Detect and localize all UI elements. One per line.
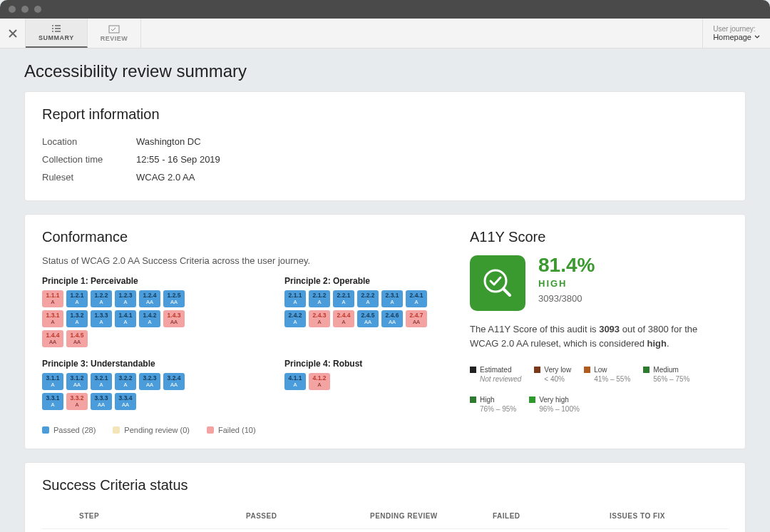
tab-summary[interactable]: SUMMARY [26, 19, 88, 48]
score-description: The A11Y Score of this audit is 3093 out… [470, 322, 728, 350]
score-percent: 81.4% [538, 255, 595, 275]
criterion-1.2.5[interactable]: 1.2.5AA [163, 290, 185, 307]
window-dot[interactable] [9, 6, 16, 13]
tab-review[interactable]: REVIEW [88, 19, 142, 48]
score-heading: A11Y Score [470, 229, 728, 245]
legend-passed: Passed (28) [53, 426, 96, 434]
location-label: Location [42, 136, 136, 147]
criterion-3.2.3[interactable]: 3.2.3AA [139, 373, 160, 390]
header-failed: FAILED [493, 512, 610, 520]
score-fraction: 3093/3800 [538, 293, 595, 304]
conformance-heading: Conformance [42, 229, 441, 245]
conformance-score-card: Conformance Status of WCAG 2.0 AA Succes… [24, 214, 746, 449]
criterion-1.2.4[interactable]: 1.2.4AA [139, 290, 160, 307]
criterion-1.4.1[interactable]: 1.4.1A [115, 310, 136, 327]
score-rating: HIGH [538, 278, 595, 289]
conformance-panel: Conformance Status of WCAG 2.0 AA Succes… [42, 229, 441, 434]
legend-pending: Pending review (0) [124, 426, 190, 434]
criterion-4.1.2[interactable]: 4.1.2A [309, 373, 330, 390]
criterion-2.2.1[interactable]: 2.2.1A [333, 290, 354, 307]
score-details: 81.4% HIGH 3093/3800 [538, 255, 595, 304]
criterion-3.2.1[interactable]: 3.2.1A [91, 373, 112, 390]
legend-swatch-passed [42, 426, 49, 434]
content: Accessibility review summary Report info… [0, 48, 770, 532]
report-info-card: Report information Location Washington D… [24, 91, 746, 201]
window-dot[interactable] [21, 6, 29, 13]
tab-label: REVIEW [101, 35, 128, 42]
legend-swatch-failed [207, 426, 214, 434]
app-window: SUMMARY REVIEW User journey: Homepage Ac… [0, 0, 770, 532]
principle-1: Principle 1: Perceivable 1.1.1A1.2.1A1.2… [42, 276, 199, 354]
criterion-2.1.2[interactable]: 2.1.2A [309, 290, 330, 307]
criterion-2.4.4[interactable]: 2.4.4A [333, 310, 354, 327]
criterion-1.2.2[interactable]: 1.2.2A [91, 290, 112, 307]
criterion-3.3.3[interactable]: 3.3.3AA [91, 393, 112, 410]
header-step: STEP [71, 512, 246, 520]
info-row: Ruleset WCAG 2.0 AA [42, 168, 728, 186]
score-legend: EstimatedNot reviewedVery low< 40%Low41%… [470, 366, 728, 413]
score-panel: A11Y Score 81.4% HIGH 3093/ [470, 229, 728, 434]
criterion-2.3.1[interactable]: 2.3.1A [381, 290, 403, 307]
ruleset-label: Ruleset [42, 172, 136, 183]
criterion-3.3.2[interactable]: 3.3.2A [66, 393, 88, 410]
criterion-2.1.1[interactable]: 2.1.1A [284, 290, 306, 307]
criterion-2.4.5[interactable]: 2.4.5AA [357, 310, 379, 327]
criterion-1.3.3[interactable]: 1.3.3A [91, 310, 112, 327]
criterion-2.4.3[interactable]: 2.4.3A [309, 310, 330, 327]
table-row: +1https://www.mywebsite.com281042 [42, 529, 728, 532]
criterion-1.3.2[interactable]: 1.3.2A [66, 310, 88, 327]
principle-2: Principle 2: Operable 2.1.1A2.1.2A2.2.1A… [284, 276, 441, 354]
close-icon [8, 29, 18, 39]
criterion-1.2.3[interactable]: 1.2.3A [115, 290, 136, 307]
criterion-2.4.1[interactable]: 2.4.1A [406, 290, 427, 307]
principle-4: Principle 4: Robust 4.1.1A4.1.2A [284, 359, 441, 417]
ruleset-value: WCAG 2.0 AA [136, 172, 195, 183]
criterion-1.2.1[interactable]: 1.2.1A [66, 290, 88, 307]
score-legend-item: Very high96% – 100% [529, 396, 580, 413]
criterion-1.4.5[interactable]: 1.4.5AA [66, 330, 88, 347]
criterion-4.1.1[interactable]: 4.1.1A [284, 373, 306, 390]
score-legend-item: Very low< 40% [534, 366, 571, 383]
titlebar [0, 0, 770, 19]
score-legend-item: High76% – 95% [470, 396, 516, 413]
principle-title: Principle 4: Robust [284, 359, 441, 369]
principle-title: Principle 1: Perceivable [42, 276, 199, 286]
criterion-1.1.1[interactable]: 1.1.1A [42, 290, 63, 307]
info-row: Collection time 12:55 - 16 Sep 2019 [42, 150, 728, 168]
criterion-2.4.2[interactable]: 2.4.2A [284, 310, 306, 327]
criterion-3.2.4[interactable]: 3.2.4AA [163, 373, 185, 390]
criterion-2.4.7[interactable]: 2.4.7AA [406, 310, 427, 327]
criterion-3.1.2[interactable]: 3.1.2AA [66, 373, 88, 390]
criterion-3.1.1[interactable]: 3.1.1A [42, 373, 63, 390]
toolbar: SUMMARY REVIEW User journey: Homepage [0, 19, 770, 48]
page-title: Accessibility review summary [24, 61, 746, 81]
criterion-1.4.2[interactable]: 1.4.2A [139, 310, 160, 327]
legend-swatch-pending [113, 426, 120, 434]
report-info-heading: Report information [42, 106, 728, 123]
criterion-3.2.2[interactable]: 3.2.2A [115, 373, 136, 390]
criterion-3.3.1[interactable]: 3.3.1A [42, 393, 63, 410]
time-label: Collection time [42, 154, 136, 165]
header-pending: PENDING REVIEW [370, 512, 493, 520]
criterion-1.4.3[interactable]: 1.4.3AA [163, 310, 185, 327]
check-magnify-icon [480, 265, 515, 301]
score-legend-item: Low41% – 55% [584, 366, 630, 383]
criterion-1.3.1[interactable]: 1.3.1A [42, 310, 63, 327]
close-button[interactable] [0, 19, 26, 48]
criterion-2.4.6[interactable]: 2.4.6AA [381, 310, 403, 327]
criterion-2.2.2[interactable]: 2.2.2A [357, 290, 379, 307]
chevron-down-icon [754, 35, 760, 39]
tab-label: SUMMARY [38, 34, 74, 41]
time-value: 12:55 - 16 Sep 2019 [136, 154, 220, 165]
criterion-3.3.4[interactable]: 3.3.4AA [115, 393, 136, 410]
window-dot[interactable] [34, 6, 41, 13]
principle-title: Principle 3: Understandable [42, 359, 199, 369]
info-row: Location Washington DC [42, 133, 728, 150]
table-header: STEP PASSED PENDING REVIEW FAILED ISSUES… [42, 503, 728, 529]
conformance-legend: Passed (28) Pending review (0) Failed (1… [42, 426, 441, 434]
review-icon [108, 25, 120, 34]
user-journey-selector[interactable]: User journey: Homepage [702, 19, 770, 48]
list-icon [51, 24, 62, 33]
criterion-1.4.4[interactable]: 1.4.4AA [42, 330, 63, 347]
journey-value: Homepage [713, 33, 760, 41]
